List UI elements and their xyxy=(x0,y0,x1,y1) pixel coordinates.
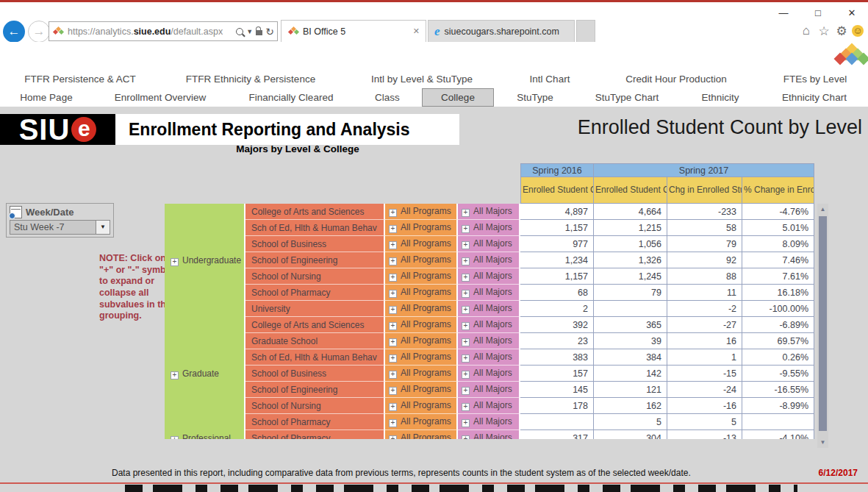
expand-icon[interactable]: + xyxy=(462,290,470,298)
programs-cell[interactable]: +All Programs xyxy=(385,236,458,252)
college-cell[interactable]: School of Business xyxy=(245,366,385,382)
expand-icon[interactable]: + xyxy=(389,225,397,233)
majors-cell[interactable]: +All Majors xyxy=(458,220,520,236)
expand-icon[interactable]: + xyxy=(389,371,397,379)
scroll-down-icon[interactable]: ▼ xyxy=(817,437,828,448)
back-button[interactable]: ← xyxy=(3,21,25,43)
expand-icon[interactable]: + xyxy=(389,290,397,298)
programs-cell[interactable]: +All Programs xyxy=(385,333,458,349)
college-cell[interactable]: School of Business xyxy=(245,236,385,252)
maximize-button[interactable]: □ xyxy=(808,7,828,20)
close-button[interactable]: ✕ xyxy=(842,7,861,20)
college-cell[interactable]: School of Engineering xyxy=(245,252,385,268)
programs-cell[interactable]: +All Programs xyxy=(385,430,458,439)
majors-cell[interactable]: +All Majors xyxy=(458,398,520,414)
expand-icon[interactable]: + xyxy=(462,371,470,379)
college-cell[interactable]: School of Pharmacy xyxy=(245,285,385,301)
tab-close-icon[interactable]: ✕ xyxy=(413,26,420,36)
tab-ethnicity[interactable]: Ethnicity xyxy=(701,89,739,107)
expand-icon[interactable]: + xyxy=(171,436,179,440)
programs-cell[interactable]: +All Programs xyxy=(385,366,458,382)
majors-cell[interactable]: +All Majors xyxy=(458,333,520,349)
expand-icon[interactable]: + xyxy=(389,387,397,395)
dropdown-arrow-icon[interactable]: ▼ xyxy=(96,221,110,234)
programs-cell[interactable]: +All Programs xyxy=(385,349,458,366)
expand-icon[interactable]: + xyxy=(389,354,397,363)
majors-cell[interactable]: +All Majors xyxy=(458,236,520,252)
tab-enrollment-overview[interactable]: Enrollment Overview xyxy=(115,89,207,107)
tab-intl-chart[interactable]: Intl Chart xyxy=(530,71,570,88)
feedback-smiley-icon[interactable]: ☺ xyxy=(852,25,864,37)
majors-cell[interactable]: +All Majors xyxy=(458,349,520,366)
favorites-icon[interactable]: ☆ xyxy=(816,24,832,39)
majors-cell[interactable]: +All Majors xyxy=(458,301,520,317)
college-cell[interactable]: School of Pharmacy xyxy=(245,414,385,430)
college-cell[interactable]: Sch of Ed, Hlth & Human Behav xyxy=(245,220,385,236)
tab-intl-by-level-stutype[interactable]: Intl by Level & StuType xyxy=(371,71,473,88)
forward-button[interactable]: → xyxy=(28,21,50,43)
browser-tab-inactive[interactable]: e siuecougars.sharepoint.com xyxy=(428,20,575,42)
home-icon[interactable]: ⌂ xyxy=(798,24,814,38)
programs-cell[interactable]: +All Programs xyxy=(385,252,458,268)
programs-cell[interactable]: +All Programs xyxy=(385,414,458,430)
expand-icon[interactable]: + xyxy=(462,225,470,233)
expand-icon[interactable]: + xyxy=(389,435,397,439)
expand-icon[interactable]: + xyxy=(462,274,470,282)
expand-icon[interactable]: + xyxy=(462,419,470,427)
expand-icon[interactable]: + xyxy=(389,257,397,265)
majors-cell[interactable]: +All Majors xyxy=(458,268,520,285)
expand-icon[interactable]: + xyxy=(462,257,470,265)
tab-college-active[interactable]: College xyxy=(422,88,494,107)
tab-stutype-chart[interactable]: StuType Chart xyxy=(595,89,659,107)
majors-cell[interactable]: +All Majors xyxy=(458,366,520,382)
expand-icon[interactable]: + xyxy=(389,274,397,282)
settings-gear-icon[interactable]: ⚙ xyxy=(833,24,850,39)
expand-icon[interactable]: + xyxy=(389,419,397,427)
address-bar[interactable]: https://analytics.siue.edu/default.aspx … xyxy=(49,21,278,41)
college-cell[interactable]: School of Nursing xyxy=(245,398,385,414)
college-cell[interactable]: College of Arts and Sciences xyxy=(245,204,385,220)
browser-tab-active[interactable]: BI Office 5 ✕ xyxy=(281,20,426,42)
majors-cell[interactable]: +All Majors xyxy=(458,414,520,430)
majors-cell[interactable]: +All Majors xyxy=(458,204,520,220)
search-dropdown-icon[interactable]: ▼ xyxy=(246,28,253,35)
college-cell[interactable]: School of Engineering xyxy=(245,382,385,398)
tab-financially-cleared[interactable]: Financially Cleared xyxy=(249,89,334,107)
majors-cell[interactable]: +All Majors xyxy=(458,430,520,439)
expand-icon[interactable]: + xyxy=(462,241,470,249)
tab-ftes-by-level[interactable]: FTEs by Level xyxy=(783,71,847,88)
new-tab-button[interactable] xyxy=(576,20,595,42)
expand-icon[interactable]: + xyxy=(389,209,397,217)
expand-icon[interactable]: + xyxy=(389,241,397,249)
expand-icon[interactable]: + xyxy=(462,387,470,395)
programs-cell[interactable]: +All Programs xyxy=(385,220,458,236)
expand-icon[interactable]: + xyxy=(462,354,470,363)
level-group-cell[interactable]: +Professional xyxy=(165,430,245,439)
tab-ethnicity-chart[interactable]: Ethnicity Chart xyxy=(782,89,847,107)
college-cell[interactable]: University xyxy=(245,301,385,317)
college-cell[interactable]: Sch of Ed, Hlth & Human Behav xyxy=(245,349,385,366)
college-cell[interactable]: College of Arts and Sciences xyxy=(245,317,385,333)
level-group-cell[interactable]: +Undergraduate xyxy=(165,204,245,317)
college-cell[interactable]: School of Nursing xyxy=(245,268,385,285)
tab-credit-hour-production[interactable]: Credit Hour Production xyxy=(625,71,726,88)
expand-icon[interactable]: + xyxy=(389,338,397,346)
programs-cell[interactable]: +All Programs xyxy=(385,317,458,333)
programs-cell[interactable]: +All Programs xyxy=(385,285,458,301)
expand-icon[interactable]: + xyxy=(171,371,179,379)
expand-icon[interactable]: + xyxy=(389,306,397,314)
expand-icon[interactable]: + xyxy=(462,306,470,314)
expand-icon[interactable]: + xyxy=(389,403,397,411)
tab-ftfr-persistence-act[interactable]: FTFR Persistence & ACT xyxy=(24,71,136,88)
minimize-button[interactable]: — xyxy=(774,7,793,20)
tab-class[interactable]: Class xyxy=(375,89,400,107)
expand-icon[interactable]: + xyxy=(462,435,470,439)
programs-cell[interactable]: +All Programs xyxy=(385,398,458,414)
programs-cell[interactable]: +All Programs xyxy=(385,268,458,285)
level-group-cell[interactable]: +Graduate xyxy=(165,317,245,430)
majors-cell[interactable]: +All Majors xyxy=(458,285,520,301)
week-date-dropdown[interactable]: Stu Week -7 ▼ xyxy=(10,220,110,235)
scroll-up-icon[interactable]: ▲ xyxy=(817,204,828,215)
expand-icon[interactable]: + xyxy=(462,209,470,217)
search-icon[interactable] xyxy=(236,28,243,35)
